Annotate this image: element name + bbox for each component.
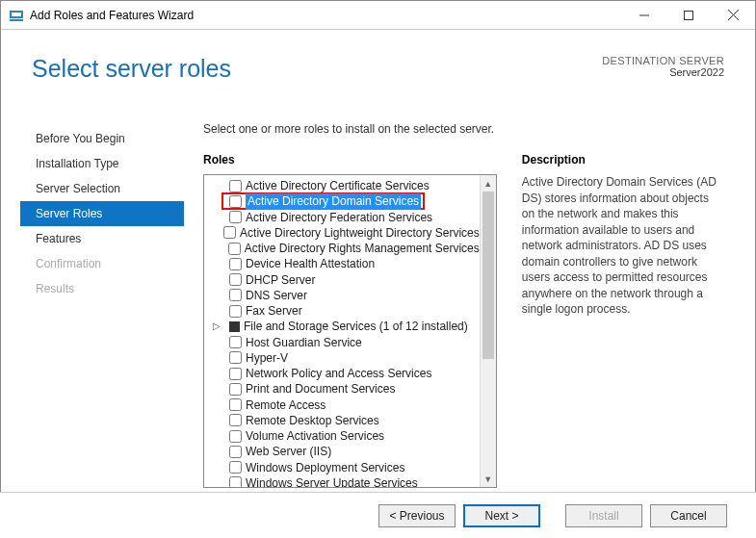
role-checkbox[interactable]: [229, 351, 242, 364]
role-checkbox[interactable]: [223, 226, 236, 239]
role-checkbox[interactable]: [229, 211, 242, 223]
role-label: Device Health Attestation: [246, 256, 375, 271]
role-item[interactable]: Print and Document Services: [210, 381, 480, 397]
svg-rect-1: [12, 13, 21, 16]
role-checkbox[interactable]: [229, 398, 242, 411]
role-label: Active Directory Rights Management Servi…: [245, 241, 480, 256]
scroll-track[interactable]: [481, 192, 496, 471]
server-manager-icon: [9, 8, 24, 23]
svg-rect-2: [10, 19, 23, 21]
install-button[interactable]: Install: [565, 504, 642, 527]
titlebar: Add Roles and Features Wizard: [1, 1, 755, 30]
role-item[interactable]: Windows Deployment Services: [210, 460, 480, 475]
role-label: DHCP Server: [246, 272, 315, 288]
scroll-up-button[interactable]: ▲: [481, 175, 496, 192]
nav-item-features[interactable]: Features: [20, 226, 184, 251]
nav-item-server-roles[interactable]: Server Roles: [20, 201, 184, 226]
content-area: Select server roles DESTINATION SERVER S…: [1, 30, 755, 491]
role-item[interactable]: Active Directory Lightweight Directory S…: [210, 225, 480, 241]
role-item[interactable]: Hyper-V: [210, 350, 480, 366]
roles-scrollbar[interactable]: ▲ ▼: [480, 175, 496, 487]
maximize-button[interactable]: [666, 1, 711, 30]
main-panel: Select one or more roles to install on t…: [203, 122, 724, 481]
role-checkbox[interactable]: [229, 430, 242, 443]
cancel-button[interactable]: Cancel: [650, 504, 727, 527]
destination-name: Server2022: [602, 66, 724, 78]
nav-item-before-you-begin[interactable]: Before You Begin: [20, 126, 184, 151]
window-title: Add Roles and Features Wizard: [30, 9, 622, 22]
role-checkbox[interactable]: [229, 195, 242, 208]
role-label: Active Directory Lightweight Directory S…: [240, 225, 480, 241]
footer: < Previous Next > Install Cancel: [0, 492, 756, 538]
role-item[interactable]: Network Policy and Access Services: [210, 366, 480, 381]
role-item[interactable]: Fax Server: [210, 303, 480, 319]
role-item[interactable]: Remote Desktop Services: [210, 413, 480, 428]
role-checkbox[interactable]: [229, 305, 242, 318]
nav-item-installation-type[interactable]: Installation Type: [20, 151, 184, 176]
close-button[interactable]: [711, 1, 755, 30]
role-label: Hyper-V: [246, 350, 288, 366]
role-item[interactable]: ▷File and Storage Services (1 of 12 inst…: [210, 319, 480, 334]
role-item[interactable]: Remote Access: [210, 397, 480, 413]
roles-listbox: Active Directory Certificate ServicesAct…: [203, 174, 497, 488]
scroll-thumb[interactable]: [482, 192, 494, 359]
role-label: Windows Server Update Services: [246, 475, 418, 487]
role-item[interactable]: Active Directory Federation Services: [210, 210, 480, 225]
destination-server-block: DESTINATION SERVER Server2022: [602, 55, 724, 78]
role-checkbox[interactable]: [229, 180, 242, 192]
role-label: Fax Server: [246, 303, 302, 319]
instruction-text: Select one or more roles to install on t…: [203, 122, 724, 136]
svg-rect-4: [685, 11, 693, 19]
role-checkbox[interactable]: [229, 289, 242, 301]
destination-label: DESTINATION SERVER: [602, 55, 724, 66]
role-label: File and Storage Services (1 of 12 insta…: [244, 319, 468, 334]
nav-item-results: Results: [20, 276, 184, 301]
role-checkbox[interactable]: [229, 476, 242, 487]
role-label: Windows Deployment Services: [246, 460, 404, 475]
role-checkbox[interactable]: [228, 243, 241, 255]
role-item[interactable]: Windows Server Update Services: [210, 475, 480, 487]
role-item[interactable]: Active Directory Domain Services: [210, 193, 480, 209]
scroll-down-button[interactable]: ▼: [481, 471, 496, 487]
role-checkbox[interactable]: [229, 414, 242, 426]
role-item[interactable]: DHCP Server: [210, 272, 480, 288]
description-heading: Description: [522, 153, 724, 167]
minimize-button[interactable]: [622, 1, 666, 30]
role-label: Active Directory Federation Services: [246, 210, 432, 225]
next-button[interactable]: Next >: [463, 504, 540, 527]
role-label: Host Guardian Service: [246, 335, 362, 350]
role-checkbox[interactable]: [229, 461, 242, 474]
role-checkbox[interactable]: [229, 368, 242, 380]
expand-icon[interactable]: ▷: [212, 319, 222, 334]
role-item[interactable]: Active Directory Rights Management Servi…: [210, 241, 480, 256]
description-text: Active Directory Domain Services (AD DS)…: [522, 174, 724, 318]
role-item[interactable]: Volume Activation Services: [210, 428, 480, 444]
role-label: Remote Access: [246, 397, 326, 413]
role-checkbox[interactable]: [229, 273, 242, 286]
role-item[interactable]: Active Directory Certificate Services: [210, 178, 480, 193]
role-checkbox[interactable]: [229, 336, 242, 348]
role-label: Print and Document Services: [246, 381, 395, 397]
previous-button[interactable]: < Previous: [378, 504, 456, 527]
role-item[interactable]: Host Guardian Service: [210, 335, 480, 350]
role-label: Web Server (IIS): [246, 444, 331, 459]
nav-item-confirmation: Confirmation: [20, 251, 184, 276]
role-label: Remote Desktop Services: [246, 413, 379, 428]
role-highlight: Active Directory Domain Services: [222, 192, 425, 210]
page-title: Select server roles: [32, 55, 231, 83]
roles-heading: Roles: [203, 153, 497, 167]
role-checkbox-partial[interactable]: [229, 321, 240, 332]
role-checkbox[interactable]: [229, 446, 242, 458]
role-item[interactable]: Web Server (IIS): [210, 444, 480, 459]
role-checkbox[interactable]: [229, 258, 242, 270]
role-label: Active Directory Domain Services: [246, 193, 421, 209]
nav-item-server-selection[interactable]: Server Selection: [20, 176, 184, 201]
wizard-nav: Before You BeginInstallation TypeServer …: [20, 126, 184, 301]
role-item[interactable]: DNS Server: [210, 288, 480, 303]
role-label: Network Policy and Access Services: [246, 366, 431, 381]
role-checkbox[interactable]: [229, 383, 242, 396]
role-label: Active Directory Certificate Services: [246, 178, 430, 193]
role-label: DNS Server: [246, 288, 307, 303]
role-label: Volume Activation Services: [246, 428, 384, 444]
role-item[interactable]: Device Health Attestation: [210, 256, 480, 271]
